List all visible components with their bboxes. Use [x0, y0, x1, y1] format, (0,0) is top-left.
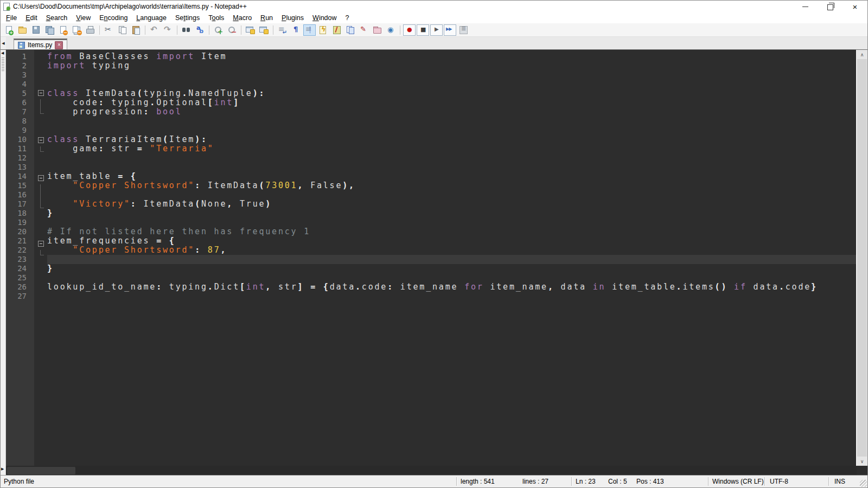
code-line: "Copper Shortsword": 87, [47, 246, 857, 255]
close-button[interactable] [57, 24, 69, 36]
status-divider [456, 477, 457, 486]
menu-file[interactable]: File [2, 13, 21, 23]
status-encoding[interactable]: UTF-8 [770, 478, 788, 485]
menu-edit[interactable]: Edit [21, 13, 42, 23]
function-list-button[interactable] [317, 24, 329, 36]
define-language-button[interactable] [358, 24, 370, 36]
code-line [47, 126, 857, 135]
zoom-out-button[interactable] [226, 24, 238, 36]
tab-close-icon[interactable]: × [55, 41, 63, 49]
fold-collapse-marker[interactable] [34, 137, 47, 146]
toolbar-separator [177, 25, 177, 35]
menu-window[interactable]: Window [308, 13, 341, 23]
menu-help[interactable]: ? [341, 13, 354, 23]
notepad-plus-plus-window: C:\Users\Dood\Documents\tmp\Archipelago\… [0, 0, 868, 488]
fold-minus-icon[interactable] [38, 90, 44, 96]
fold-collapse-marker[interactable] [34, 90, 47, 99]
fold-collapse-marker[interactable] [34, 241, 47, 250]
tab-scroll-left-icon[interactable]: ◀ [1, 37, 6, 50]
scroll-up-icon[interactable]: ∧ [857, 50, 867, 59]
panel-splitter[interactable]: ◀ ▶ [1, 50, 6, 476]
fold-guide-line [34, 99, 47, 108]
line-number-margin[interactable]: 1234567891011121314151617181920212223242… [6, 50, 34, 466]
resize-grip[interactable] [860, 480, 867, 487]
save-all-button[interactable] [43, 24, 56, 36]
tab-items-py[interactable]: Items.py × [14, 38, 67, 50]
word-wrap-button[interactable] [276, 24, 289, 36]
code-line: game: str = "Terraria" [47, 144, 857, 153]
title-bar: C:\Users\Dood\Documents\tmp\Archipelago\… [1, 1, 867, 12]
splitter-collapse-left-icon[interactable]: ◀ [1, 51, 4, 55]
macro-save-button[interactable] [457, 24, 470, 36]
menu-search[interactable]: Search [42, 13, 72, 23]
fold-margin[interactable] [34, 50, 47, 466]
status-eol-format[interactable]: Windows (CR LF) [712, 478, 764, 485]
undo-button[interactable] [148, 24, 161, 36]
document-list-button[interactable] [344, 24, 356, 36]
menu-view[interactable]: View [72, 13, 95, 23]
status-insert-mode[interactable]: INS [834, 478, 845, 485]
vertical-scrollbar[interactable]: ∧ ∨ [856, 50, 867, 466]
cut-button[interactable] [103, 24, 115, 36]
menu-tools[interactable]: Tools [204, 13, 228, 23]
restore-button[interactable] [818, 1, 843, 12]
vertical-scrollbar-thumb[interactable] [857, 59, 867, 457]
sync-horizontal-scrolling-button[interactable] [258, 24, 270, 36]
find-icon [182, 25, 191, 34]
menu-macro[interactable]: Macro [228, 13, 256, 23]
fold-minus-icon[interactable] [38, 241, 44, 247]
splitter-grip [2, 57, 4, 72]
fold-minus-icon[interactable] [38, 137, 44, 143]
redo-button[interactable] [162, 24, 174, 36]
horizontal-scrollbar[interactable] [6, 466, 857, 476]
code-text-area[interactable]: from BaseClasses import Itemimport typin… [47, 50, 857, 466]
menu-encoding[interactable]: Encoding [95, 13, 132, 23]
close-all-button[interactable] [71, 24, 83, 36]
fold-collapse-marker[interactable] [34, 175, 47, 184]
save-icon [31, 25, 41, 34]
macro-playback-button[interactable] [430, 24, 443, 36]
folder-as-workspace-button[interactable] [371, 24, 384, 36]
zoom-in-button[interactable] [212, 24, 225, 36]
paste-button[interactable] [130, 24, 142, 36]
scroll-down-icon[interactable]: ∨ [857, 457, 867, 466]
open-icon [18, 25, 27, 34]
toolbar-separator [241, 25, 241, 35]
line-number: 5 [6, 89, 34, 98]
fold-cell [34, 268, 47, 278]
menu-language[interactable]: Language [132, 13, 171, 23]
copy-button[interactable] [116, 24, 129, 36]
window-controls: × [793, 1, 867, 12]
menu-bar: FileEditSearchViewEncodingLanguageSettin… [1, 12, 867, 23]
macro-record-button[interactable] [403, 24, 416, 36]
open-button[interactable] [16, 24, 29, 36]
close-button[interactable]: × [843, 1, 867, 12]
show-all-characters-button[interactable] [290, 24, 302, 36]
show-indent-guide-button[interactable] [303, 24, 316, 36]
fold-cell [34, 278, 47, 287]
new-file-button[interactable] [3, 24, 15, 36]
zoom-out-icon [227, 25, 237, 34]
macro-stop-button[interactable] [417, 24, 429, 36]
splitter-expand-right-icon[interactable]: ▶ [1, 467, 4, 471]
minimize-button[interactable] [793, 1, 818, 12]
document-map-button[interactable] [330, 24, 343, 36]
menu-settings[interactable]: Settings [171, 13, 204, 23]
find-button[interactable] [180, 24, 193, 36]
line-number: 18 [6, 209, 34, 218]
fold-guide-end [34, 203, 47, 212]
zoom-in-icon [214, 25, 223, 34]
menu-run[interactable]: Run [256, 13, 277, 23]
macro-run-multiple-button[interactable] [444, 24, 456, 36]
line-number: 15 [6, 181, 34, 190]
menu-plugins[interactable]: Plugins [277, 13, 308, 23]
fold-minus-icon[interactable] [38, 175, 44, 181]
horizontal-scrollbar-thumb[interactable] [7, 467, 75, 474]
save-button[interactable] [30, 24, 42, 36]
replace-button[interactable] [194, 24, 206, 36]
print-button[interactable] [84, 24, 97, 36]
sync-vertical-scrolling-button[interactable] [244, 24, 257, 36]
monitoring-button[interactable] [385, 24, 397, 36]
line-number: 2 [6, 61, 34, 70]
restore-icon [827, 4, 833, 10]
